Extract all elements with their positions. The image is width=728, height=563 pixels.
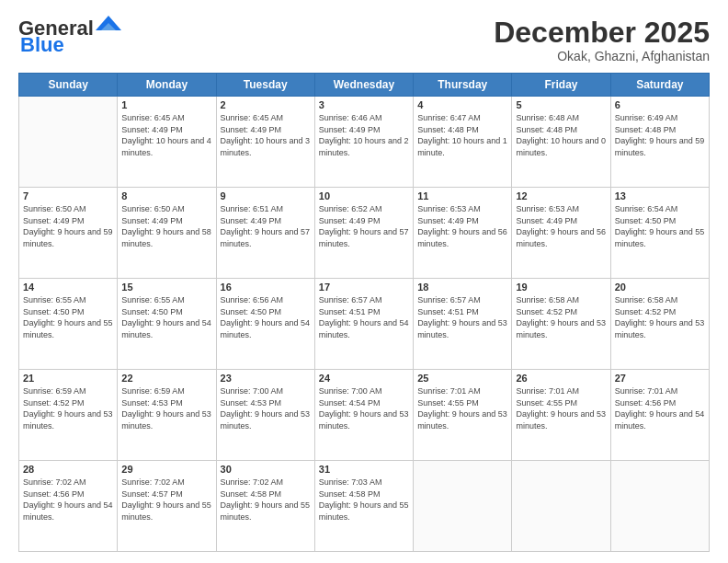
day-number: 7 <box>23 190 113 201</box>
day-number: 1 <box>121 99 211 110</box>
page: General Blue December 2025 Okak, Ghazni,… <box>0 0 728 563</box>
logo: General Blue <box>18 17 121 57</box>
calendar-cell: 13Sunrise: 6:54 AMSunset: 4:50 PMDayligh… <box>610 188 709 279</box>
day-number: 2 <box>221 99 311 110</box>
day-number: 15 <box>121 282 211 293</box>
day-number: 12 <box>516 190 606 201</box>
calendar-cell: 14Sunrise: 6:55 AMSunset: 4:50 PMDayligh… <box>19 279 118 370</box>
calendar-cell: 1Sunrise: 6:45 AMSunset: 4:49 PMDaylight… <box>118 97 216 188</box>
day-info: Sunrise: 6:58 AMSunset: 4:52 PMDaylight:… <box>615 294 705 340</box>
weekday-header-friday: Friday <box>512 74 610 97</box>
weekday-header-thursday: Thursday <box>414 74 512 97</box>
calendar-cell: 6Sunrise: 6:49 AMSunset: 4:48 PMDaylight… <box>610 97 709 188</box>
day-number: 19 <box>516 282 606 293</box>
day-info: Sunrise: 6:50 AMSunset: 4:49 PMDaylight:… <box>23 203 113 249</box>
calendar-cell: 5Sunrise: 6:48 AMSunset: 4:48 PMDaylight… <box>512 97 610 188</box>
day-info: Sunrise: 6:56 AMSunset: 4:50 PMDaylight:… <box>221 294 311 340</box>
day-info: Sunrise: 7:01 AMSunset: 4:55 PMDaylight:… <box>417 385 507 431</box>
day-info: Sunrise: 7:03 AMSunset: 4:58 PMDaylight:… <box>319 477 409 523</box>
day-info: Sunrise: 6:54 AMSunset: 4:50 PMDaylight:… <box>615 203 705 249</box>
calendar-cell: 26Sunrise: 7:01 AMSunset: 4:55 PMDayligh… <box>512 370 610 461</box>
logo-icon <box>96 16 121 34</box>
day-number: 30 <box>221 464 311 475</box>
calendar-week-4: 21Sunrise: 6:59 AMSunset: 4:52 PMDayligh… <box>19 370 710 461</box>
day-number: 16 <box>221 282 311 293</box>
day-number: 26 <box>516 373 606 384</box>
day-info: Sunrise: 6:58 AMSunset: 4:52 PMDaylight:… <box>516 294 606 340</box>
calendar-cell <box>512 461 610 552</box>
calendar-week-5: 28Sunrise: 7:02 AMSunset: 4:56 PMDayligh… <box>19 461 710 552</box>
calendar-cell: 21Sunrise: 6:59 AMSunset: 4:52 PMDayligh… <box>19 370 118 461</box>
day-info: Sunrise: 7:00 AMSunset: 4:53 PMDaylight:… <box>221 385 311 431</box>
day-number: 27 <box>615 373 705 384</box>
calendar-cell: 12Sunrise: 6:53 AMSunset: 4:49 PMDayligh… <box>512 188 610 279</box>
day-number: 31 <box>319 464 409 475</box>
calendar-cell <box>610 461 709 552</box>
calendar-week-1: 1Sunrise: 6:45 AMSunset: 4:49 PMDaylight… <box>19 97 710 188</box>
weekday-header-wednesday: Wednesday <box>314 74 413 97</box>
day-info: Sunrise: 7:01 AMSunset: 4:55 PMDaylight:… <box>516 385 606 431</box>
day-number: 18 <box>417 282 507 293</box>
day-number: 21 <box>23 373 113 384</box>
day-info: Sunrise: 7:02 AMSunset: 4:56 PMDaylight:… <box>23 477 113 523</box>
calendar-cell: 24Sunrise: 7:00 AMSunset: 4:54 PMDayligh… <box>314 370 413 461</box>
calendar-cell: 22Sunrise: 6:59 AMSunset: 4:53 PMDayligh… <box>118 370 216 461</box>
day-info: Sunrise: 6:53 AMSunset: 4:49 PMDaylight:… <box>417 203 507 249</box>
month-title: December 2025 <box>494 17 710 49</box>
day-number: 20 <box>615 282 705 293</box>
day-number: 8 <box>121 190 211 201</box>
calendar-cell: 27Sunrise: 7:01 AMSunset: 4:56 PMDayligh… <box>610 370 709 461</box>
day-number: 5 <box>516 99 606 110</box>
day-info: Sunrise: 6:45 AMSunset: 4:49 PMDaylight:… <box>221 112 311 158</box>
day-info: Sunrise: 7:02 AMSunset: 4:57 PMDaylight:… <box>121 477 211 523</box>
day-info: Sunrise: 6:49 AMSunset: 4:48 PMDaylight:… <box>615 112 705 158</box>
day-number: 25 <box>417 373 507 384</box>
calendar-cell: 15Sunrise: 6:55 AMSunset: 4:50 PMDayligh… <box>118 279 216 370</box>
calendar-cell: 18Sunrise: 6:57 AMSunset: 4:51 PMDayligh… <box>414 279 512 370</box>
day-number: 9 <box>221 190 311 201</box>
day-info: Sunrise: 6:57 AMSunset: 4:51 PMDaylight:… <box>417 294 507 340</box>
calendar-cell: 19Sunrise: 6:58 AMSunset: 4:52 PMDayligh… <box>512 279 610 370</box>
day-number: 6 <box>615 99 705 110</box>
calendar-cell: 31Sunrise: 7:03 AMSunset: 4:58 PMDayligh… <box>314 461 413 552</box>
calendar-cell: 30Sunrise: 7:02 AMSunset: 4:58 PMDayligh… <box>216 461 314 552</box>
calendar-cell <box>19 97 118 188</box>
calendar-cell: 11Sunrise: 6:53 AMSunset: 4:49 PMDayligh… <box>414 188 512 279</box>
day-info: Sunrise: 6:52 AMSunset: 4:49 PMDaylight:… <box>319 203 409 249</box>
calendar-header-row: SundayMondayTuesdayWednesdayThursdayFrid… <box>19 74 710 97</box>
calendar-cell: 20Sunrise: 6:58 AMSunset: 4:52 PMDayligh… <box>610 279 709 370</box>
calendar-cell: 10Sunrise: 6:52 AMSunset: 4:49 PMDayligh… <box>314 188 413 279</box>
day-info: Sunrise: 7:00 AMSunset: 4:54 PMDaylight:… <box>319 385 409 431</box>
day-info: Sunrise: 6:53 AMSunset: 4:49 PMDaylight:… <box>516 203 606 249</box>
location: Okak, Ghazni, Afghanistan <box>494 49 710 63</box>
day-info: Sunrise: 7:02 AMSunset: 4:58 PMDaylight:… <box>221 477 311 523</box>
day-info: Sunrise: 6:47 AMSunset: 4:48 PMDaylight:… <box>417 112 507 158</box>
calendar-cell: 17Sunrise: 6:57 AMSunset: 4:51 PMDayligh… <box>314 279 413 370</box>
day-number: 14 <box>23 282 113 293</box>
day-number: 3 <box>319 99 409 110</box>
calendar-cell: 4Sunrise: 6:47 AMSunset: 4:48 PMDaylight… <box>414 97 512 188</box>
day-number: 24 <box>319 373 409 384</box>
weekday-header-sunday: Sunday <box>19 74 118 97</box>
calendar-cell: 16Sunrise: 6:56 AMSunset: 4:50 PMDayligh… <box>216 279 314 370</box>
calendar-cell: 8Sunrise: 6:50 AMSunset: 4:49 PMDaylight… <box>118 188 216 279</box>
day-info: Sunrise: 7:01 AMSunset: 4:56 PMDaylight:… <box>615 385 705 431</box>
day-info: Sunrise: 6:51 AMSunset: 4:49 PMDaylight:… <box>221 203 311 249</box>
day-number: 22 <box>121 373 211 384</box>
day-info: Sunrise: 6:45 AMSunset: 4:49 PMDaylight:… <box>121 112 211 158</box>
day-info: Sunrise: 6:57 AMSunset: 4:51 PMDaylight:… <box>319 294 409 340</box>
weekday-header-saturday: Saturday <box>610 74 709 97</box>
weekday-header-monday: Monday <box>118 74 216 97</box>
calendar-cell: 3Sunrise: 6:46 AMSunset: 4:49 PMDaylight… <box>314 97 413 188</box>
day-info: Sunrise: 6:55 AMSunset: 4:50 PMDaylight:… <box>23 294 113 340</box>
calendar-table: SundayMondayTuesdayWednesdayThursdayFrid… <box>18 73 710 552</box>
header: General Blue December 2025 Okak, Ghazni,… <box>18 17 710 63</box>
calendar-cell: 25Sunrise: 7:01 AMSunset: 4:55 PMDayligh… <box>414 370 512 461</box>
calendar-cell <box>414 461 512 552</box>
calendar-cell: 9Sunrise: 6:51 AMSunset: 4:49 PMDaylight… <box>216 188 314 279</box>
title-area: December 2025 Okak, Ghazni, Afghanistan <box>494 17 710 63</box>
day-info: Sunrise: 6:55 AMSunset: 4:50 PMDaylight:… <box>121 294 211 340</box>
day-info: Sunrise: 6:48 AMSunset: 4:48 PMDaylight:… <box>516 112 606 158</box>
day-info: Sunrise: 6:46 AMSunset: 4:49 PMDaylight:… <box>319 112 409 158</box>
day-number: 28 <box>23 464 113 475</box>
